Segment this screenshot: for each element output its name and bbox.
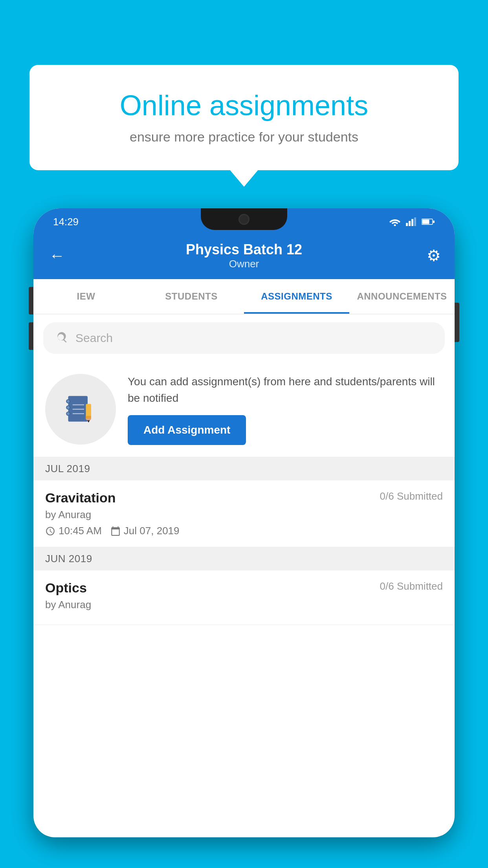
tab-announcements[interactable]: ANNOUNCEMENTS bbox=[349, 279, 455, 314]
calendar-icon bbox=[110, 526, 121, 536]
app-bar-subtitle: Owner bbox=[186, 258, 302, 270]
svg-point-0 bbox=[394, 224, 396, 226]
assignment-time-value: 10:45 AM bbox=[59, 525, 102, 537]
power-button bbox=[455, 303, 459, 342]
svg-rect-4 bbox=[414, 217, 416, 226]
month-header-jun: JUN 2019 bbox=[33, 547, 455, 570]
app-bar-center: Physics Batch 12 Owner bbox=[186, 241, 302, 270]
wifi-icon bbox=[389, 217, 401, 226]
svg-rect-1 bbox=[406, 223, 408, 226]
speech-bubble-container: Online assignments ensure more practice … bbox=[29, 65, 459, 170]
assignment-meta: 10:45 AM Jul 07, 2019 bbox=[45, 525, 443, 537]
volume-down-button bbox=[29, 322, 33, 350]
settings-icon[interactable]: ⚙ bbox=[427, 246, 441, 265]
assignment-submitted: 0/6 Submitted bbox=[380, 490, 443, 502]
clock-icon bbox=[45, 526, 55, 536]
search-bar[interactable]: Search bbox=[43, 322, 445, 354]
assignment-item-optics[interactable]: Optics 0/6 Submitted by Anurag bbox=[33, 570, 455, 625]
phone-notch bbox=[201, 208, 287, 230]
back-button[interactable]: ← bbox=[45, 243, 69, 268]
svg-rect-16 bbox=[86, 416, 92, 419]
notebook-icon-circle bbox=[45, 374, 116, 445]
assignment-name: Gravitation bbox=[45, 490, 116, 506]
assignment-author: by Anurag bbox=[45, 509, 443, 521]
assignment-time: 10:45 AM bbox=[45, 525, 102, 537]
assignment-date-value: Jul 07, 2019 bbox=[124, 525, 180, 537]
svg-point-11 bbox=[66, 412, 70, 416]
assignment-date: Jul 07, 2019 bbox=[110, 525, 180, 537]
svg-rect-6 bbox=[422, 220, 429, 224]
svg-point-9 bbox=[66, 399, 70, 403]
screen-content: Search bbox=[33, 314, 455, 625]
add-assignment-section: You can add assignment(s) from here and … bbox=[33, 362, 455, 457]
speech-bubble-title: Online assignments bbox=[57, 88, 431, 122]
tab-iew[interactable]: IEW bbox=[33, 279, 139, 314]
assignment-top-row-optics: Optics 0/6 Submitted bbox=[45, 580, 443, 596]
tab-assignments[interactable]: ASSIGNMENTS bbox=[244, 279, 349, 314]
tabs-bar: IEW STUDENTS ASSIGNMENTS ANNOUNCEMENTS bbox=[33, 279, 455, 314]
app-bar: ← Physics Batch 12 Owner ⚙ bbox=[33, 232, 455, 279]
signal-icon bbox=[406, 217, 417, 226]
battery-icon bbox=[422, 218, 435, 225]
assignment-name-optics: Optics bbox=[45, 580, 87, 596]
month-header-jul: JUL 2019 bbox=[33, 457, 455, 480]
status-time: 14:29 bbox=[53, 216, 79, 228]
notebook-icon bbox=[63, 392, 98, 427]
assignment-top-row: Gravitation 0/6 Submitted bbox=[45, 490, 443, 506]
search-bar-container: Search bbox=[33, 314, 455, 362]
volume-up-button bbox=[29, 287, 33, 314]
speech-bubble-subtitle: ensure more practice for your students bbox=[57, 129, 431, 145]
status-icons bbox=[389, 217, 435, 226]
add-assignment-button[interactable]: Add Assignment bbox=[128, 415, 246, 445]
app-bar-title: Physics Batch 12 bbox=[186, 241, 302, 258]
svg-rect-3 bbox=[411, 219, 413, 226]
add-assignment-right: You can add assignment(s) from here and … bbox=[128, 373, 443, 445]
svg-rect-7 bbox=[433, 221, 435, 223]
phone-mockup: 14:29 bbox=[33, 208, 455, 868]
assignment-item-gravitation[interactable]: Gravitation 0/6 Submitted by Anurag 10:4… bbox=[33, 480, 455, 547]
assignment-submitted-optics: 0/6 Submitted bbox=[380, 580, 443, 592]
tab-students[interactable]: STUDENTS bbox=[139, 279, 244, 314]
speech-bubble: Online assignments ensure more practice … bbox=[29, 65, 459, 170]
svg-marker-18 bbox=[87, 420, 90, 423]
phone-camera bbox=[238, 214, 250, 225]
phone-screen: 14:29 bbox=[33, 208, 455, 837]
svg-point-10 bbox=[66, 406, 70, 409]
add-assignment-description: You can add assignment(s) from here and … bbox=[128, 373, 443, 406]
search-icon bbox=[55, 331, 68, 345]
assignment-author-optics: by Anurag bbox=[45, 599, 443, 611]
svg-rect-2 bbox=[409, 221, 411, 226]
search-placeholder: Search bbox=[75, 331, 113, 345]
phone-outer: 14:29 bbox=[33, 208, 455, 837]
